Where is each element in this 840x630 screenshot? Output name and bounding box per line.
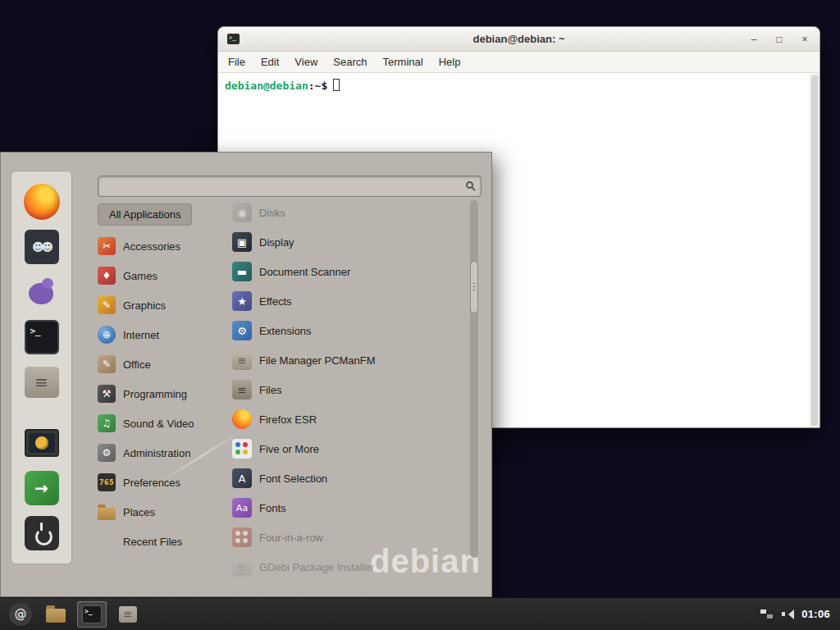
taskbar: @ >_ ≡ 01:06	[0, 597, 840, 630]
app-label: Font Selection	[259, 472, 327, 485]
favorite-terminal[interactable]: >_	[23, 318, 61, 356]
menu-button[interactable]: @	[7, 600, 34, 628]
app-font-selection[interactable]: A Font Selection	[232, 463, 468, 493]
favorite-files[interactable]: ≡	[23, 363, 61, 401]
volume-icon[interactable]	[782, 609, 793, 619]
app-label: Document Scanner	[259, 266, 350, 278]
category-label: Administration	[123, 447, 190, 459]
category-recent-files[interactable]: Recent Files	[98, 527, 229, 556]
app-four-in-a-row[interactable]: Four-in-a-row	[232, 523, 468, 552]
effects-icon: ★	[232, 291, 252, 311]
terminal-menubar: File Edit View Search Terminal Help	[218, 52, 819, 73]
four-in-a-row-icon	[232, 527, 252, 547]
app-fonts[interactable]: Aa Fonts	[232, 493, 468, 523]
app-five-or-more[interactable]: Five or More	[232, 434, 468, 463]
prompt-user-host: debian@debian	[225, 80, 308, 92]
favorite-firefox[interactable]	[23, 183, 61, 221]
category-games[interactable]: ♦ Games	[98, 261, 229, 290]
graphics-icon: ✎	[98, 296, 116, 314]
category-label: Graphics	[123, 299, 166, 312]
favorite-users[interactable]: ☻☻	[23, 228, 61, 266]
shutdown-button[interactable]	[23, 514, 61, 552]
category-accessories[interactable]: ✂ Accessories	[98, 231, 229, 261]
terminal-titlebar[interactable]: >_ debian@debian: ~ – □ ×	[218, 27, 819, 52]
lock-screen-button[interactable]	[23, 424, 61, 462]
minimize-button[interactable]: –	[747, 34, 760, 45]
window-title: debian@debian: ~	[218, 33, 819, 45]
maximize-button[interactable]: □	[773, 34, 786, 45]
category-office[interactable]: ✎ Office	[98, 349, 229, 379]
firefox-esr-icon	[232, 409, 252, 429]
menu-file[interactable]: File	[228, 56, 245, 68]
folder-icon	[46, 609, 66, 623]
app-document-scanner[interactable]: ▬ Document Scanner	[232, 257, 468, 286]
app-label: Fonts	[259, 502, 286, 514]
category-programming[interactable]: ⚒ Programming	[98, 379, 229, 409]
administration-icon: ⚙	[98, 444, 116, 462]
category-label: Games	[123, 270, 158, 282]
office-icon: ✎	[98, 355, 116, 373]
favorites-panel: ☻☻ >_ ≡ →	[11, 171, 72, 564]
search-bar	[98, 176, 482, 197]
menu-help[interactable]: Help	[439, 56, 461, 68]
app-label: GDebi Package Installer	[259, 561, 374, 573]
app-label: Five or More	[259, 443, 319, 455]
system-tray: 01:06	[760, 608, 833, 620]
clock[interactable]: 01:06	[801, 608, 830, 620]
five-or-more-icon	[232, 439, 252, 459]
preferences-icon: 765	[98, 473, 116, 491]
terminal-scrollbar-thumb[interactable]	[811, 75, 818, 426]
disks-icon: ◉	[232, 203, 252, 222]
app-file-manager-pcmanfm[interactable]: ≡ File Manager PCManFM	[232, 345, 468, 375]
search-input[interactable]	[98, 176, 481, 196]
app-extensions[interactable]: ⚙ Extensions	[232, 316, 468, 345]
categories-list: All Applications ✂ Accessories ♦ Games ✎…	[98, 203, 229, 556]
apps-scrollbar[interactable]	[470, 200, 478, 558]
category-label: Recent Files	[123, 536, 182, 548]
taskbar-files-launcher[interactable]: ≡	[113, 601, 143, 628]
favorite-pidgin[interactable]	[23, 273, 61, 311]
app-disks[interactable]: ◉ Disks	[232, 198, 468, 227]
app-display[interactable]: ▣ Display	[232, 227, 468, 257]
users-icon: ☻☻	[25, 230, 59, 264]
category-preferences[interactable]: 765 Preferences	[98, 468, 229, 497]
taskbar-terminal-window-button[interactable]: >_	[77, 601, 107, 628]
debian-swirl-icon: @	[9, 603, 32, 626]
games-icon: ♦	[98, 267, 116, 285]
app-label: Disks	[259, 207, 285, 219]
extensions-icon: ⚙	[232, 321, 252, 340]
files-icon: ≡	[25, 367, 59, 398]
app-label: Files	[259, 384, 281, 396]
category-sound-video[interactable]: ♫ Sound & Video	[98, 409, 229, 438]
app-label: File Manager PCManFM	[259, 354, 376, 367]
internet-icon: ⊕	[98, 326, 116, 344]
logout-icon: →	[25, 471, 59, 505]
menu-search[interactable]: Search	[333, 56, 367, 68]
menu-edit[interactable]: Edit	[261, 56, 279, 68]
app-gdebi-package-installer[interactable]: ≡ GDebi Package Installer	[232, 552, 468, 582]
apps-scrollbar-thumb[interactable]	[470, 261, 478, 313]
taskbar-file-manager-launcher[interactable]	[41, 601, 71, 628]
menu-view[interactable]: View	[294, 56, 317, 68]
app-firefox-esr[interactable]: Firefox ESR	[232, 404, 468, 434]
search-icon	[466, 181, 473, 189]
menu-terminal[interactable]: Terminal	[383, 56, 423, 68]
category-administration[interactable]: ⚙ Administration	[98, 438, 229, 468]
network-icon[interactable]	[760, 609, 774, 620]
category-label: Sound & Video	[123, 418, 194, 430]
app-effects[interactable]: ★ Effects	[232, 286, 468, 316]
pidgin-icon	[25, 275, 59, 309]
document-scanner-icon: ▬	[232, 262, 252, 281]
app-label: Firefox ESR	[259, 413, 317, 426]
close-button[interactable]: ×	[798, 34, 811, 45]
category-places[interactable]: Places	[98, 497, 229, 527]
category-label: All Applications	[109, 208, 180, 221]
app-files[interactable]: ≡ Files	[232, 375, 468, 404]
applications-list: ◉ Disks ▣ Display ▬ Document Scanner ★ E…	[232, 198, 468, 582]
category-graphics[interactable]: ✎ Graphics	[98, 290, 229, 320]
logout-button[interactable]: →	[23, 469, 61, 507]
terminal-scrollbar[interactable]	[810, 74, 819, 427]
category-internet[interactable]: ⊕ Internet	[98, 320, 229, 349]
category-all-applications[interactable]: All Applications	[98, 203, 192, 226]
app-label: Four-in-a-row	[259, 532, 323, 544]
